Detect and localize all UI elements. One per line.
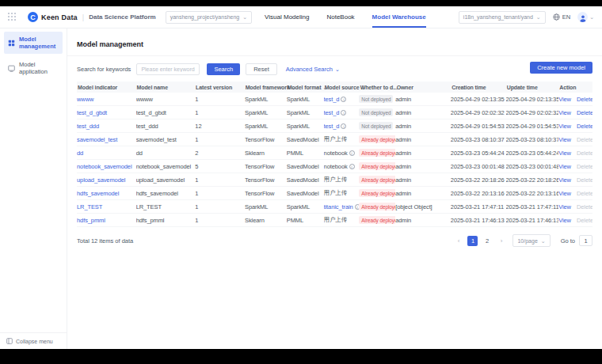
model-source-cell: notebooki <box>324 163 360 170</box>
delete-action-link[interactable]: Delete <box>577 123 592 130</box>
sidebar-item-model-application[interactable]: Model application <box>4 57 63 79</box>
status-badge: Already deployed <box>359 203 395 210</box>
model-format-cell: PMML <box>287 217 324 224</box>
page-button-1[interactable]: 1 <box>467 236 478 246</box>
model-indicator-link[interactable]: test_ddd <box>77 123 99 130</box>
collapse-menu-button[interactable]: Collapse menu <box>0 332 67 349</box>
goto-page-input[interactable] <box>579 235 592 246</box>
table-row: upload_savemodelupload_savemodel1TensorF… <box>77 173 592 187</box>
view-action-link[interactable]: View <box>558 150 571 157</box>
project-select-value: yansheng_project/yansheng <box>170 14 240 20</box>
nav-item-model-warehouse[interactable]: Model Warehouse <box>372 6 426 28</box>
latest-version-cell: 1 <box>195 203 245 210</box>
owner-cell: admin <box>395 217 451 224</box>
latest-version-cell: 1 <box>195 136 245 143</box>
user-menu[interactable]: ⌄ <box>577 12 594 22</box>
advanced-search-label: Advanced Search <box>286 66 333 73</box>
model-indicator-link[interactable]: wwww <box>77 96 93 103</box>
model-name-cell: hdfs_pmml <box>136 217 196 224</box>
model-format-cell: SparkML <box>287 203 324 210</box>
sidebar-item-label: Model management <box>19 36 59 50</box>
model-source-link[interactable]: test_d <box>324 123 340 130</box>
deploy-status-cell: Not deployed… <box>359 122 395 130</box>
model-indicator-link[interactable]: hdfs_savemodel <box>77 190 119 197</box>
table-row: savemodel_testsavemodel_test1TensorFlowS… <box>77 133 592 146</box>
view-action-link[interactable]: View <box>558 109 571 116</box>
page-size-select[interactable]: 10/page⌄ <box>512 234 550 247</box>
main-nav: Visual ModelingNoteBookModel Warehouse <box>265 6 426 28</box>
reset-button[interactable]: Reset <box>246 63 277 75</box>
main-content: Model management Search for keywords Sea… <box>67 28 602 349</box>
delete-action-link[interactable]: Delete <box>577 109 592 116</box>
project-select[interactable]: yansheng_project/yansheng ⌄ <box>166 11 252 24</box>
model-indicator-link[interactable]: hdfs_pmml <box>77 217 105 224</box>
table-header-row: Model indicatorModel nameLatest versionM… <box>77 82 592 93</box>
chevron-down-icon: ⌄ <box>589 14 594 20</box>
prev-page-button[interactable]: ‹ <box>453 236 463 246</box>
status-badge: Already deployed <box>359 162 395 170</box>
model-source-link[interactable]: test_d <box>324 96 340 103</box>
latest-version-cell: 1 <box>195 109 245 116</box>
model-source-link[interactable]: titanic_train <box>324 203 353 210</box>
search-input[interactable] <box>136 63 200 75</box>
info-icon: i <box>341 123 346 129</box>
view-action-link[interactable]: View <box>558 96 571 103</box>
view-action-link[interactable]: View <box>558 203 571 210</box>
model-indicator-link[interactable]: LR_TEST <box>77 203 102 210</box>
owner-cell: admin <box>395 136 451 143</box>
create-new-model-button[interactable]: Create new model <box>530 62 592 74</box>
delete-action-link[interactable]: Delete <box>577 96 592 103</box>
table-row: LR_TESTLR_TEST1SparkMLSparkMLtitanic_tra… <box>77 200 592 214</box>
model-indicator-link[interactable]: test_d_gbdt <box>77 109 107 116</box>
next-page-button[interactable]: › <box>496 236 506 246</box>
table-footer: Total 12 items of data ‹12›10/page⌄Go to <box>67 227 602 254</box>
model-name-cell: notebook_savemodel <box>136 163 196 170</box>
model-source-cell: test_di <box>324 96 360 103</box>
model-indicator-cell: hdfs_pmml <box>77 217 136 224</box>
model-indicator-link[interactable]: upload_savemodel <box>77 176 125 184</box>
latest-version-cell: 5 <box>195 163 245 170</box>
view-action-link[interactable]: View <box>558 123 571 130</box>
page-button-2[interactable]: 2 <box>482 236 492 246</box>
search-button[interactable]: Search <box>207 63 240 75</box>
owner-cell: admin <box>395 96 451 103</box>
column-header-3[interactable]: Model framework⌄ <box>245 85 287 90</box>
model-indicator-cell: savemodel_test <box>77 136 136 143</box>
view-action-link[interactable]: View <box>558 163 571 170</box>
action-cell: ViewDelete <box>558 176 592 184</box>
update-time-cell: 2025-04-29 02:02:32 <box>506 109 559 116</box>
sidebar-item-model-management[interactable]: Model management <box>4 32 63 54</box>
model-management-icon <box>8 40 15 47</box>
tenant-select[interactable]: i18n_yansheng_tenant/yand ⌄ <box>459 11 546 24</box>
column-header-5[interactable]: Model source⌄ <box>324 85 360 90</box>
pagination: ‹12›10/page⌄Go to <box>453 234 592 247</box>
advanced-search-link[interactable]: Advanced Search ⌄ <box>286 66 340 73</box>
view-action-link[interactable]: View <box>558 190 571 197</box>
creation-time-cell: 2025-03-22 20:13:16 <box>451 190 506 197</box>
model-indicator-link[interactable]: notebook_savemodel <box>77 163 132 170</box>
owner-cell: [object Object] <box>395 203 451 210</box>
nav-item-notebook[interactable]: NoteBook <box>326 6 354 28</box>
column-header-label: Owner <box>397 85 413 90</box>
column-header-4[interactable]: Model format⌄ <box>287 85 324 90</box>
model-indicator-link[interactable]: savemodel_test <box>77 136 117 143</box>
creation-time-cell: 2025-03-21 17:46:13 <box>451 217 506 224</box>
view-action-link[interactable]: View <box>558 217 571 224</box>
action-cell: ViewDelete <box>558 123 592 130</box>
deploy-status-cell: Already deployed <box>359 176 395 184</box>
language-switcher[interactable]: EN <box>553 13 570 21</box>
model-source-cell: titanic_traini <box>324 203 360 210</box>
goto-label: Go to <box>561 237 575 245</box>
model-format-cell: PMML <box>287 150 324 157</box>
nav-item-visual-modeling[interactable]: Visual Modeling <box>265 6 309 28</box>
keen-data-logo-icon: C <box>28 12 38 22</box>
model-indicator-link[interactable]: dd <box>77 150 83 157</box>
search-toolbar: Search for keywords Search Reset Advance… <box>67 56 602 82</box>
owner-cell: admin <box>395 123 451 130</box>
model-source-link[interactable]: test_d <box>324 109 340 116</box>
creation-time-cell: 2025-04-29 01:54:53 <box>451 123 506 130</box>
avatar-icon <box>577 12 588 22</box>
view-action-link[interactable]: View <box>558 136 571 143</box>
view-action-link[interactable]: View <box>558 176 571 184</box>
apps-grid-icon[interactable] <box>8 13 17 21</box>
